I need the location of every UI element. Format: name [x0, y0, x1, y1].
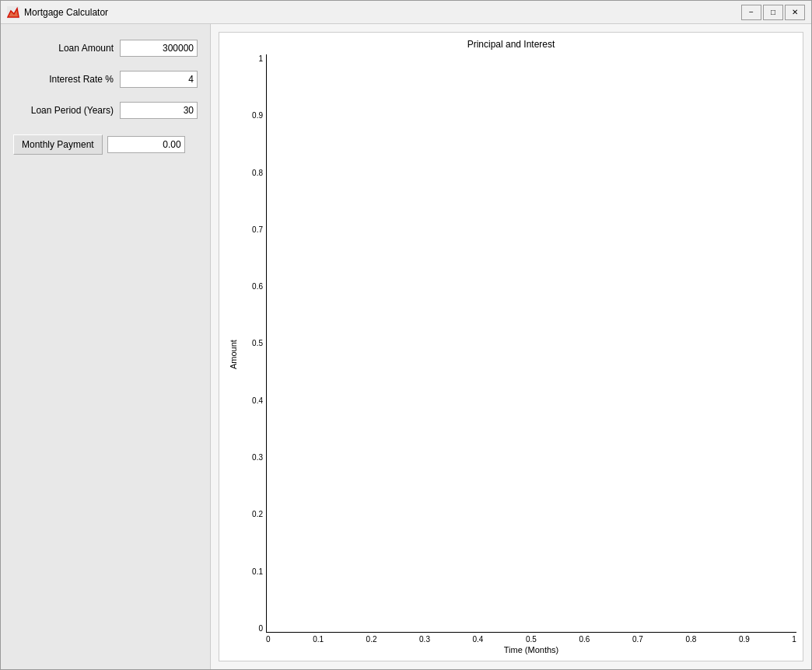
y-tick-04: 0.4 — [252, 396, 263, 405]
interest-rate-input[interactable] — [120, 71, 198, 88]
y-axis-label: Amount — [226, 54, 241, 654]
plot-and-yaxis: 1 0.9 0.8 0.7 0.6 0.5 0.4 0.3 0.2 0.1 0 — [241, 54, 796, 633]
close-button[interactable]: ✕ — [785, 5, 805, 20]
x-tick-01: 0.1 — [313, 635, 324, 644]
main-window: Mortgage Calculator − □ ✕ Loan Amount In… — [0, 0, 812, 670]
x-tick-08: 0.8 — [685, 635, 696, 644]
y-tick-0: 0 — [258, 624, 263, 633]
x-axis-label: Time (Months) — [266, 644, 796, 654]
interest-rate-row: Interest Rate % — [13, 71, 198, 88]
loan-period-row: Loan Period (Years) — [13, 102, 198, 119]
y-tick-09: 0.9 — [252, 111, 263, 120]
y-tick-1: 1 — [258, 54, 263, 63]
y-tick-07: 0.7 — [252, 225, 263, 234]
loan-amount-label: Loan Amount — [13, 43, 114, 54]
y-tick-05: 0.5 — [252, 339, 263, 347]
title-bar-left: Mortgage Calculator — [7, 6, 108, 19]
y-tick-06: 0.6 — [252, 282, 263, 291]
interest-rate-label: Interest Rate % — [13, 74, 114, 85]
title-buttons: − □ ✕ — [741, 5, 805, 20]
maximize-button[interactable]: □ — [763, 5, 783, 20]
right-panel: Principal and Interest Amount 1 0.9 0.8 … — [211, 24, 811, 669]
x-tick-02: 0.2 — [366, 635, 377, 644]
loan-amount-input[interactable] — [120, 40, 198, 57]
x-tick-06: 0.6 — [579, 635, 590, 644]
title-bar: Mortgage Calculator − □ ✕ — [1, 1, 811, 24]
chart-plot-area: 1 0.9 0.8 0.7 0.6 0.5 0.4 0.3 0.2 0.1 0 — [241, 54, 796, 654]
x-tick-labels: 0 0.1 0.2 0.3 0.4 0.5 0.6 0.7 0.8 0.9 1 — [266, 633, 796, 644]
x-axis-row: 0 0.1 0.2 0.3 0.4 0.5 0.6 0.7 0.8 0.9 1 — [266, 633, 796, 644]
x-tick-05: 0.5 — [526, 635, 537, 644]
y-tick-08: 0.8 — [252, 169, 263, 177]
y-tick-01: 0.1 — [252, 567, 263, 576]
loan-period-input[interactable] — [120, 102, 198, 119]
y-tick-02: 0.2 — [252, 510, 263, 518]
matlab-icon — [7, 6, 19, 19]
chart-body: Amount 1 0.9 0.8 0.7 0.6 0.5 0.4 — [226, 54, 796, 654]
x-tick-03: 0.3 — [419, 635, 430, 644]
x-tick-04: 0.4 — [473, 635, 484, 644]
loan-period-label: Loan Period (Years) — [13, 105, 114, 116]
minimize-button[interactable]: − — [741, 5, 761, 20]
main-content: Loan Amount Interest Rate % Loan Period … — [1, 24, 811, 669]
left-panel: Loan Amount Interest Rate % Loan Period … — [1, 24, 211, 669]
y-tick-03: 0.3 — [252, 453, 263, 462]
monthly-payment-row: Monthly Payment — [13, 134, 198, 155]
y-tick-labels: 1 0.9 0.8 0.7 0.6 0.5 0.4 0.3 0.2 0.1 0 — [241, 54, 266, 633]
x-tick-0: 0 — [266, 635, 271, 644]
chart-container: Principal and Interest Amount 1 0.9 0.8 … — [219, 32, 803, 661]
x-tick-09: 0.9 — [739, 635, 750, 644]
monthly-payment-button[interactable]: Monthly Payment — [13, 134, 103, 155]
x-tick-07: 0.7 — [632, 635, 643, 644]
x-tick-1: 1 — [792, 635, 796, 644]
monthly-payment-result[interactable] — [107, 136, 185, 153]
window-title: Mortgage Calculator — [24, 7, 108, 18]
loan-amount-row: Loan Amount — [13, 40, 198, 57]
chart-title: Principal and Interest — [226, 39, 796, 50]
plot-area — [266, 54, 796, 633]
